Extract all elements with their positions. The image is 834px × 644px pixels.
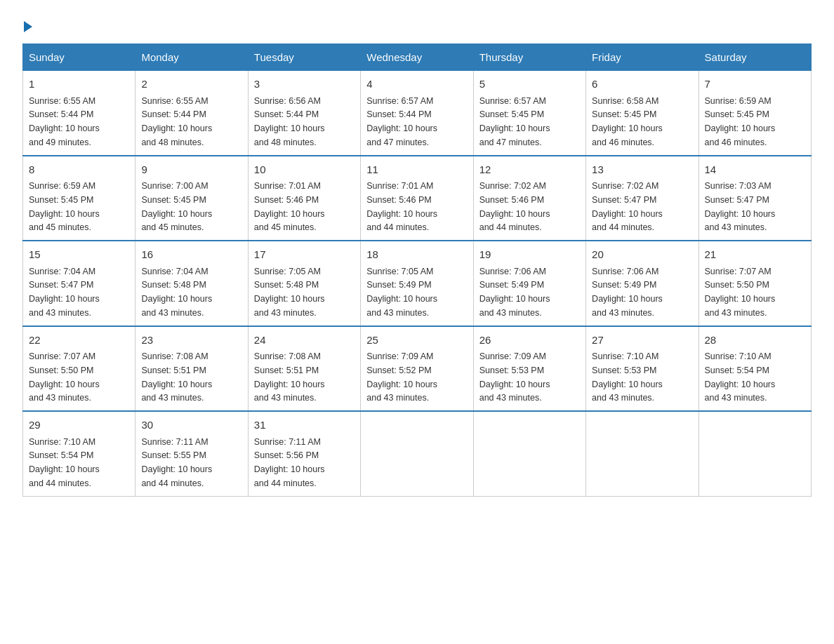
calendar-cell: 18Sunrise: 7:05 AMSunset: 5:49 PMDayligh… [361, 241, 473, 326]
calendar-cell: 4Sunrise: 6:57 AMSunset: 5:44 PMDaylight… [361, 71, 473, 156]
day-number: 5 [479, 76, 580, 93]
calendar-cell: 9Sunrise: 7:00 AMSunset: 5:45 PMDaylight… [135, 156, 248, 241]
day-info: Sunrise: 7:10 AMSunset: 5:54 PMDaylight:… [705, 351, 776, 403]
day-number: 24 [254, 333, 355, 349]
calendar-cell: 15Sunrise: 7:04 AMSunset: 5:47 PMDayligh… [23, 241, 135, 326]
day-info: Sunrise: 7:05 AMSunset: 5:48 PMDaylight:… [254, 267, 325, 318]
day-info: Sunrise: 7:06 AMSunset: 5:49 PMDaylight:… [592, 267, 663, 318]
calendar-header-row: SundayMondayTuesdayWednesdayThursdayFrid… [23, 44, 812, 71]
day-info: Sunrise: 7:07 AMSunset: 5:50 PMDaylight:… [29, 351, 100, 403]
day-number: 11 [366, 162, 467, 178]
calendar-table: SundayMondayTuesdayWednesdayThursdayFrid… [22, 43, 812, 497]
calendar-cell: 1Sunrise: 6:55 AMSunset: 5:44 PMDaylight… [23, 71, 135, 156]
calendar-cell [699, 411, 811, 496]
logo [22, 17, 32, 32]
day-info: Sunrise: 6:57 AMSunset: 5:45 PMDaylight:… [479, 96, 550, 147]
day-info: Sunrise: 7:08 AMSunset: 5:51 PMDaylight:… [254, 351, 325, 403]
calendar-cell: 11Sunrise: 7:01 AMSunset: 5:46 PMDayligh… [361, 156, 473, 241]
calendar-cell [361, 411, 473, 496]
day-info: Sunrise: 7:05 AMSunset: 5:49 PMDaylight:… [366, 267, 437, 318]
day-info: Sunrise: 7:00 AMSunset: 5:45 PMDaylight:… [141, 181, 212, 232]
day-number: 18 [366, 247, 467, 263]
day-number: 26 [479, 333, 580, 349]
column-header-friday: Friday [586, 44, 699, 71]
calendar-cell: 7Sunrise: 6:59 AMSunset: 5:45 PMDaylight… [699, 71, 811, 156]
calendar-cell: 27Sunrise: 7:10 AMSunset: 5:53 PMDayligh… [586, 326, 699, 412]
calendar-cell: 29Sunrise: 7:10 AMSunset: 5:54 PMDayligh… [23, 411, 135, 496]
day-info: Sunrise: 7:09 AMSunset: 5:53 PMDaylight:… [479, 351, 550, 403]
calendar-cell: 5Sunrise: 6:57 AMSunset: 5:45 PMDaylight… [473, 71, 585, 156]
calendar-cell: 20Sunrise: 7:06 AMSunset: 5:49 PMDayligh… [586, 241, 699, 326]
calendar-cell: 8Sunrise: 6:59 AMSunset: 5:45 PMDaylight… [23, 156, 135, 241]
day-info: Sunrise: 6:56 AMSunset: 5:44 PMDaylight:… [254, 96, 325, 147]
day-info: Sunrise: 7:11 AMSunset: 5:56 PMDaylight:… [254, 437, 325, 488]
calendar-week-row: 1Sunrise: 6:55 AMSunset: 5:44 PMDaylight… [23, 71, 812, 156]
calendar-cell [473, 411, 585, 496]
column-header-sunday: Sunday [23, 44, 135, 71]
day-number: 20 [592, 247, 692, 263]
calendar-week-row: 29Sunrise: 7:10 AMSunset: 5:54 PMDayligh… [23, 411, 812, 496]
calendar-cell: 22Sunrise: 7:07 AMSunset: 5:50 PMDayligh… [23, 326, 135, 412]
calendar-cell [586, 411, 699, 496]
day-number: 2 [141, 76, 241, 93]
day-number: 13 [592, 162, 692, 178]
day-info: Sunrise: 7:03 AMSunset: 5:47 PMDaylight:… [705, 181, 776, 232]
day-info: Sunrise: 7:01 AMSunset: 5:46 PMDaylight:… [366, 181, 437, 232]
day-number: 7 [705, 76, 805, 93]
calendar-cell: 31Sunrise: 7:11 AMSunset: 5:56 PMDayligh… [248, 411, 360, 496]
day-info: Sunrise: 6:58 AMSunset: 5:45 PMDaylight:… [592, 96, 663, 147]
day-number: 15 [29, 247, 129, 263]
day-number: 8 [29, 162, 129, 178]
calendar-cell: 28Sunrise: 7:10 AMSunset: 5:54 PMDayligh… [699, 326, 811, 412]
day-number: 29 [29, 417, 129, 434]
calendar-cell: 12Sunrise: 7:02 AMSunset: 5:46 PMDayligh… [473, 156, 585, 241]
calendar-week-row: 8Sunrise: 6:59 AMSunset: 5:45 PMDaylight… [23, 156, 812, 241]
day-number: 10 [254, 162, 355, 178]
calendar-week-row: 22Sunrise: 7:07 AMSunset: 5:50 PMDayligh… [23, 326, 812, 412]
day-number: 19 [479, 247, 580, 263]
column-header-wednesday: Wednesday [361, 44, 473, 71]
day-number: 28 [705, 333, 805, 349]
day-number: 22 [29, 333, 129, 349]
page-header [22, 17, 812, 32]
calendar-cell: 17Sunrise: 7:05 AMSunset: 5:48 PMDayligh… [248, 241, 360, 326]
column-header-monday: Monday [135, 44, 248, 71]
day-number: 16 [141, 247, 241, 263]
day-info: Sunrise: 7:06 AMSunset: 5:49 PMDaylight:… [479, 267, 550, 318]
calendar-cell: 16Sunrise: 7:04 AMSunset: 5:48 PMDayligh… [135, 241, 248, 326]
calendar-cell: 30Sunrise: 7:11 AMSunset: 5:55 PMDayligh… [135, 411, 248, 496]
day-info: Sunrise: 6:55 AMSunset: 5:44 PMDaylight:… [141, 96, 212, 147]
day-info: Sunrise: 7:01 AMSunset: 5:46 PMDaylight:… [254, 181, 325, 232]
day-info: Sunrise: 7:11 AMSunset: 5:55 PMDaylight:… [141, 437, 212, 488]
logo-arrow-icon [24, 21, 32, 32]
calendar-cell: 26Sunrise: 7:09 AMSunset: 5:53 PMDayligh… [473, 326, 585, 412]
day-info: Sunrise: 7:10 AMSunset: 5:53 PMDaylight:… [592, 351, 663, 403]
column-header-tuesday: Tuesday [248, 44, 360, 71]
day-info: Sunrise: 6:55 AMSunset: 5:44 PMDaylight:… [29, 96, 100, 147]
day-number: 12 [479, 162, 580, 178]
day-number: 31 [254, 417, 355, 434]
calendar-cell: 24Sunrise: 7:08 AMSunset: 5:51 PMDayligh… [248, 326, 360, 412]
column-header-saturday: Saturday [699, 44, 811, 71]
calendar-week-row: 15Sunrise: 7:04 AMSunset: 5:47 PMDayligh… [23, 241, 812, 326]
day-info: Sunrise: 7:10 AMSunset: 5:54 PMDaylight:… [29, 437, 100, 488]
day-info: Sunrise: 7:08 AMSunset: 5:51 PMDaylight:… [141, 351, 212, 403]
calendar-cell: 14Sunrise: 7:03 AMSunset: 5:47 PMDayligh… [699, 156, 811, 241]
day-number: 30 [141, 417, 241, 434]
day-number: 3 [254, 76, 355, 93]
day-number: 14 [705, 162, 805, 178]
day-number: 23 [141, 333, 241, 349]
calendar-cell: 13Sunrise: 7:02 AMSunset: 5:47 PMDayligh… [586, 156, 699, 241]
day-info: Sunrise: 7:02 AMSunset: 5:46 PMDaylight:… [479, 181, 550, 232]
day-info: Sunrise: 6:59 AMSunset: 5:45 PMDaylight:… [705, 96, 776, 147]
day-info: Sunrise: 7:04 AMSunset: 5:47 PMDaylight:… [29, 267, 100, 318]
day-info: Sunrise: 6:57 AMSunset: 5:44 PMDaylight:… [366, 96, 437, 147]
calendar-cell: 6Sunrise: 6:58 AMSunset: 5:45 PMDaylight… [586, 71, 699, 156]
day-number: 25 [366, 333, 467, 349]
day-info: Sunrise: 7:04 AMSunset: 5:48 PMDaylight:… [141, 267, 212, 318]
day-number: 21 [705, 247, 805, 263]
day-info: Sunrise: 7:02 AMSunset: 5:47 PMDaylight:… [592, 181, 663, 232]
calendar-cell: 19Sunrise: 7:06 AMSunset: 5:49 PMDayligh… [473, 241, 585, 326]
calendar-cell: 3Sunrise: 6:56 AMSunset: 5:44 PMDaylight… [248, 71, 360, 156]
day-number: 4 [366, 76, 467, 93]
